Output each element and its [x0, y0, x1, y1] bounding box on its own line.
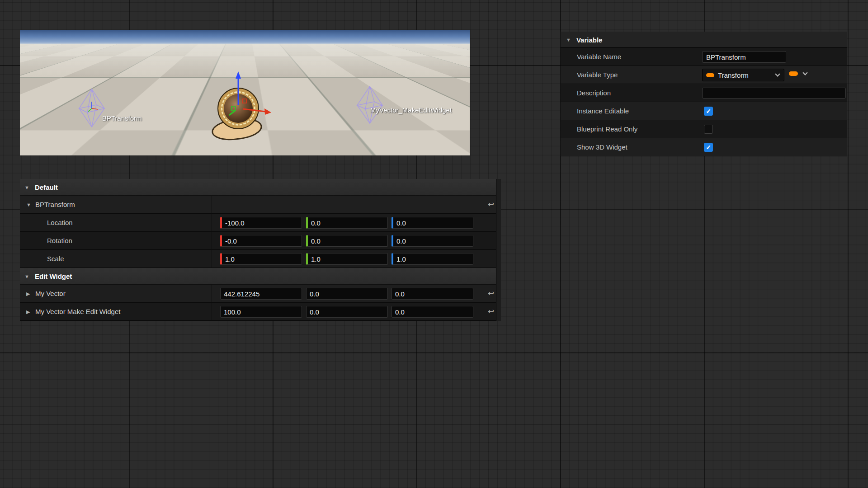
my-vector-row: ▶ My Vector ↩ [20, 285, 501, 303]
myvector-widget-label: MyVector_MakeEditWidget [370, 106, 452, 114]
reset-to-default-button[interactable]: ↩ [486, 199, 496, 211]
bptransform-property-label: BPTransform [35, 196, 75, 214]
expander-icon[interactable]: ▼ [24, 185, 29, 190]
rotation-x-input[interactable] [220, 235, 302, 247]
my-vector-make-edit-widget-z-input[interactable] [392, 306, 473, 318]
my-vector-make-edit-widget-y-input[interactable] [306, 306, 388, 318]
my-vector-make-edit-widget-label: My Vector Make Edit Widget [35, 303, 120, 321]
my-vector-z-input[interactable] [392, 288, 473, 300]
my-vector-x-input[interactable] [220, 288, 302, 300]
details-panel: ▼ Default ▼ BPTransform ↩ Location Rotat… [20, 179, 501, 321]
reset-to-default-button[interactable]: ↩ [486, 306, 496, 318]
bptransform-3d-widget[interactable] [78, 88, 106, 128]
sky [20, 30, 470, 44]
rotation-z-input[interactable] [392, 235, 473, 247]
blueprint-read-only-label: Blueprint Read Only [577, 120, 637, 138]
scale-label: Scale [47, 250, 64, 268]
rotation-row: Rotation [20, 232, 501, 250]
edit-widget-category-row[interactable]: ▼ Edit Widget [20, 268, 501, 285]
default-category-header: Default [35, 179, 58, 196]
blueprint-editor-background[interactable]: BPTransform MyVector_MakeEditWidget [0, 0, 868, 488]
description-row: Description [561, 84, 847, 102]
my-vector-make-edit-widget-row: ▶ My Vector Make Edit Widget ↩ [20, 303, 501, 321]
container-type-dropdown[interactable] [789, 71, 811, 76]
variable-name-row: Variable Name [561, 48, 847, 66]
variable-type-label: Variable Type [577, 66, 618, 84]
my-vector-y-input[interactable] [306, 288, 388, 300]
edit-widget-category-header: Edit Widget [35, 268, 72, 285]
variable-type-value: Transform [718, 71, 773, 79]
location-label: Location [47, 214, 73, 232]
show-3d-widget-label: Show 3D Widget [577, 138, 627, 156]
collapsed-expander-icon[interactable]: ▶ [26, 309, 30, 315]
translate-gizmo[interactable] [202, 69, 292, 125]
reset-to-default-button[interactable]: ↩ [486, 288, 496, 300]
rotation-label: Rotation [47, 232, 72, 250]
scale-y-input[interactable] [306, 253, 388, 265]
bptransform-row: ▼ BPTransform ↩ [20, 196, 501, 214]
3d-preview-viewport[interactable]: BPTransform MyVector_MakeEditWidget [20, 30, 470, 155]
scale-z-input[interactable] [392, 253, 473, 265]
collapsed-expander-icon[interactable]: ▶ [26, 291, 30, 297]
location-z-input[interactable] [392, 217, 473, 229]
description-input[interactable] [702, 88, 846, 99]
myvector-3d-widget[interactable] [355, 85, 384, 124]
variable-name-input[interactable] [702, 51, 786, 63]
instance-editable-checkbox[interactable]: ✓ [704, 107, 713, 116]
chevron-down-icon [775, 71, 780, 76]
blueprint-read-only-checkbox[interactable] [704, 125, 713, 134]
variable-category-header[interactable]: ▼ Variable [561, 32, 847, 48]
my-vector-label: My Vector [35, 285, 66, 303]
location-x-input[interactable] [220, 217, 302, 229]
description-label: Description [577, 84, 611, 102]
show-3d-widget-checkbox[interactable]: ✓ [704, 143, 713, 152]
rotation-y-input[interactable] [306, 235, 388, 247]
chevron-down-icon [802, 70, 807, 75]
expander-icon[interactable]: ▼ [26, 202, 31, 207]
show-3d-widget-row: Show 3D Widget ✓ [561, 138, 847, 156]
blueprint-read-only-row: Blueprint Read Only [561, 120, 847, 138]
transform-type-pill-icon [706, 73, 714, 77]
my-vector-make-edit-widget-x-input[interactable] [220, 306, 302, 318]
scale-x-input[interactable] [220, 253, 302, 265]
variable-details-panel: ▼ Variable Variable Name Variable Type T… [561, 32, 847, 156]
variable-name-label: Variable Name [577, 48, 621, 66]
details-scrollbar[interactable] [496, 179, 501, 321]
expander-icon[interactable]: ▼ [24, 274, 29, 279]
container-type-pill-icon [789, 71, 798, 76]
instance-editable-row: Instance Editable ✓ [561, 102, 847, 120]
variable-type-dropdown[interactable]: Transform [702, 69, 784, 81]
location-row: Location [20, 214, 501, 232]
expander-icon[interactable]: ▼ [566, 37, 571, 42]
bptransform-widget-label: BPTransform [102, 114, 142, 122]
location-y-input[interactable] [306, 217, 388, 229]
variable-type-row: Variable Type Transform [561, 66, 847, 84]
variable-panel-title: Variable [576, 36, 603, 44]
scale-row: Scale [20, 250, 501, 268]
default-category-row[interactable]: ▼ Default [20, 179, 501, 196]
instance-editable-label: Instance Editable [577, 102, 629, 120]
